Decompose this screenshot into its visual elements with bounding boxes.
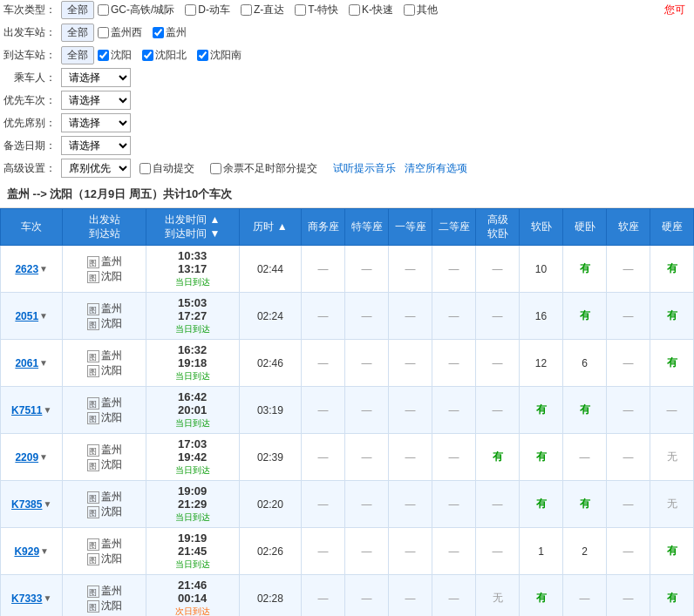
train-no-link[interactable]: 2209 [15, 451, 38, 464]
duration-cell: 02:46 [239, 340, 301, 387]
arrival-all-tag[interactable]: 全部 [61, 46, 94, 64]
hard-seat: 有 [650, 246, 694, 293]
seat-priority-select[interactable]: 席别优先 [61, 159, 131, 178]
train-type-z-checkbox[interactable] [241, 4, 252, 16]
col-time: 出发时间 ▲到达时间 ▼ [146, 209, 239, 246]
preferred-train-select[interactable]: 请选择 [61, 91, 131, 110]
duration-value: 02:20 [257, 498, 283, 511]
train-dropdown-arrow[interactable]: ▼ [43, 593, 51, 603]
to-station-name: 沈阳 [101, 458, 122, 470]
train-no-link[interactable]: K7511 [11, 404, 42, 416]
departure-all-tag[interactable]: 全部 [61, 24, 94, 42]
train-type-t[interactable]: T-特快 [295, 3, 338, 17]
train-no-link[interactable]: K7333 [11, 592, 42, 605]
arrival-shenyang-checkbox[interactable] [98, 50, 109, 61]
train-no-link[interactable]: K7385 [11, 498, 42, 511]
train-dropdown-arrow[interactable]: ▼ [43, 405, 51, 415]
clear-all-link[interactable]: 清空所有选项 [405, 161, 467, 176]
train-type-gc-checkbox[interactable] [98, 4, 109, 16]
table-row: K7333 ▼ 图盖州 图沈阳 21:46 00:14 次日到达 02:28 —… [1, 575, 694, 616]
train-dropdown-arrow[interactable]: ▼ [39, 358, 48, 368]
arrive-time: 00:14 [178, 592, 207, 605]
auto-submit-checkbox[interactable] [139, 163, 151, 174]
auto-submit-option[interactable]: 自动提交 [139, 161, 194, 176]
train-type-d-checkbox[interactable] [185, 4, 196, 16]
insufficient-ticket-option[interactable]: 余票不足时部分提交 [210, 161, 317, 176]
special-seat: — [345, 293, 389, 340]
train-type-z[interactable]: Z-直达 [241, 3, 284, 17]
arrival-shenyangnan[interactable]: 沈阳南 [197, 48, 242, 63]
adv-soft-seat: 无 [476, 575, 520, 616]
soft-seat: — [607, 246, 650, 293]
departure-gaizhou-checkbox[interactable] [153, 27, 164, 38]
duration-value: 02:46 [257, 357, 283, 369]
train-dropdown-arrow[interactable]: ▼ [40, 546, 49, 556]
col-train-no: 车次 [1, 209, 63, 246]
arrival-shenyangbei-checkbox[interactable] [142, 50, 153, 61]
to-station-name: 沈阳 [101, 317, 122, 329]
train-type-other[interactable]: 其他 [404, 3, 438, 17]
sound-hint-link[interactable]: 试听提示音乐 [333, 161, 396, 176]
col-second: 二等座 [432, 209, 476, 246]
train-type-k[interactable]: K-快速 [349, 3, 393, 17]
preferred-seat-select[interactable]: 请选择 [61, 113, 131, 132]
train-type-t-checkbox[interactable] [295, 4, 306, 16]
arrival-shenyangbei[interactable]: 沈阳北 [142, 48, 187, 63]
train-no-cell: K929 ▼ [1, 528, 63, 575]
train-type-all-tag[interactable]: 全部 [61, 1, 94, 19]
train-no-link[interactable]: 2623 [15, 263, 38, 275]
to-station-icon: 图 [87, 271, 99, 283]
train-dropdown-arrow[interactable]: ▼ [39, 311, 48, 321]
soft-sleeper: 有 [520, 575, 563, 616]
duration-cell: 02:28 [239, 575, 301, 616]
business-seat: — [302, 387, 345, 434]
table-row: 2061 ▼ 图盖州 图沈阳 16:32 19:18 当日到达 02:46 — … [1, 340, 694, 387]
time-cell: 16:42 20:01 当日到达 [146, 387, 239, 434]
to-station-name: 沈阳 [101, 411, 122, 423]
col-hard: 硬卧 [563, 209, 607, 246]
business-seat: — [302, 434, 345, 481]
preferred-seat-row: 优先席别： 请选择 [0, 113, 694, 132]
first-seat: — [389, 293, 432, 340]
col-soft-seat: 软座 [607, 209, 650, 246]
train-type-k-checkbox[interactable] [349, 4, 360, 16]
insufficient-ticket-checkbox[interactable] [210, 163, 221, 174]
depart-time: 21:46 [178, 579, 207, 592]
passenger-select[interactable]: 请选择 [61, 68, 131, 87]
train-dropdown-arrow[interactable]: ▼ [39, 264, 48, 274]
duration-value: 02:28 [257, 592, 283, 605]
to-station-icon: 图 [87, 553, 99, 565]
train-dropdown-arrow[interactable]: ▼ [39, 452, 48, 462]
to-station-icon: 图 [87, 459, 99, 471]
table-header-row: 车次 出发站到达站 出发时间 ▲到达时间 ▼ 历时 ▲ 商务座 特等座 一等座 … [1, 209, 694, 246]
from-station-icon: 图 [87, 538, 99, 551]
arrival-shenyangnan-checkbox[interactable] [197, 50, 208, 61]
from-station-name: 盖州 [101, 349, 122, 362]
train-no-link[interactable]: K929 [14, 545, 39, 558]
train-no-link[interactable]: 2051 [15, 310, 38, 322]
adv-soft-seat: — [476, 481, 520, 528]
hard-seat: 有 [650, 293, 694, 340]
train-dropdown-arrow[interactable]: ▼ [43, 499, 51, 509]
special-seat: — [345, 481, 389, 528]
train-no-link[interactable]: 2061 [15, 357, 38, 369]
station-cell: 图盖州 图沈阳 [63, 528, 146, 575]
departure-gaizhouxi-checkbox[interactable] [98, 27, 109, 38]
train-type-d[interactable]: D-动车 [185, 3, 230, 17]
soft-seat: — [607, 575, 650, 616]
from-station-name: 盖州 [101, 396, 122, 409]
soft-sleeper: 12 [520, 340, 563, 387]
train-type-gc[interactable]: GC-高铁/城际 [98, 3, 174, 17]
train-type-other-checkbox[interactable] [404, 4, 415, 16]
to-station-icon: 图 [87, 412, 99, 424]
to-station-name: 沈阳 [101, 505, 122, 518]
first-seat: — [389, 528, 432, 575]
soft-sleeper: 有 [520, 481, 563, 528]
backup-date-select[interactable]: 请选择 [61, 136, 131, 155]
arrival-shenyang[interactable]: 沈阳 [98, 48, 132, 63]
station-cell: 图盖州 图沈阳 [63, 481, 146, 528]
duration-cell: 02:24 [239, 293, 301, 340]
departure-gaizhou[interactable]: 盖州 [153, 25, 187, 40]
departure-gaizhouxi[interactable]: 盖州西 [98, 25, 142, 40]
passenger-row: 乘车人： 请选择 [0, 68, 694, 87]
